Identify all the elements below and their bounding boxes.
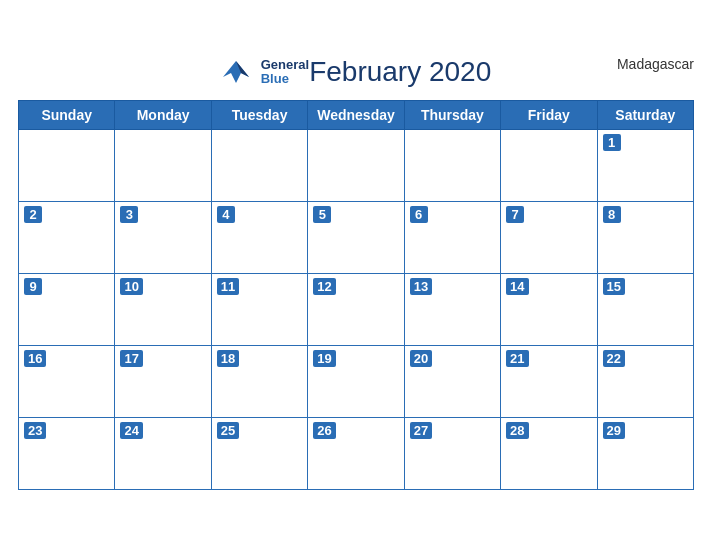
calendar-cell: 21 [501,346,597,418]
day-number: 17 [120,350,142,367]
day-number: 3 [120,206,138,223]
calendar-week-4: 23242526272829 [19,418,694,490]
day-number: 1 [603,134,621,151]
calendar-cell: 1 [597,130,693,202]
day-number: 15 [603,278,625,295]
calendar-cell: 28 [501,418,597,490]
day-number: 27 [410,422,432,439]
calendar-cell: 19 [308,346,404,418]
day-number: 7 [506,206,524,223]
day-number: 26 [313,422,335,439]
calendar-cell [501,130,597,202]
calendar-tbody: 1234567891011121314151617181920212223242… [19,130,694,490]
calendar-cell: 25 [211,418,307,490]
svg-marker-0 [223,61,249,83]
calendar-cell: 24 [115,418,211,490]
calendar-cell: 10 [115,274,211,346]
logo-text-block: General Blue [261,58,309,87]
day-number: 23 [24,422,46,439]
calendar-cell: 17 [115,346,211,418]
calendar-cell: 8 [597,202,693,274]
calendar-cell: 2 [19,202,115,274]
weekday-header-sunday: Sunday [19,101,115,130]
weekday-header-monday: Monday [115,101,211,130]
calendar-wrapper: General Blue February 2020 Madagascar Su… [0,42,712,508]
calendar-cell: 27 [404,418,500,490]
day-number: 29 [603,422,625,439]
calendar-cell: 11 [211,274,307,346]
day-number: 14 [506,278,528,295]
weekday-header-friday: Friday [501,101,597,130]
day-number: 24 [120,422,142,439]
day-number: 13 [410,278,432,295]
weekday-header-row: SundayMondayTuesdayWednesdayThursdayFrid… [19,101,694,130]
logo-icon [221,58,257,86]
calendar-cell: 15 [597,274,693,346]
weekday-header-thursday: Thursday [404,101,500,130]
calendar-title: February 2020 [309,56,491,88]
calendar-cell: 22 [597,346,693,418]
day-number: 4 [217,206,235,223]
day-number: 5 [313,206,331,223]
day-number: 2 [24,206,42,223]
day-number: 16 [24,350,46,367]
calendar-cell: 5 [308,202,404,274]
calendar-cell [211,130,307,202]
day-number: 9 [24,278,42,295]
calendar-table: SundayMondayTuesdayWednesdayThursdayFrid… [18,100,694,490]
calendar-cell: 20 [404,346,500,418]
calendar-cell: 12 [308,274,404,346]
calendar-cell [308,130,404,202]
day-number: 10 [120,278,142,295]
day-number: 21 [506,350,528,367]
day-number: 12 [313,278,335,295]
day-number: 28 [506,422,528,439]
calendar-cell: 18 [211,346,307,418]
calendar-cell: 26 [308,418,404,490]
calendar-week-3: 16171819202122 [19,346,694,418]
day-number: 20 [410,350,432,367]
calendar-cell: 13 [404,274,500,346]
calendar-thead: SundayMondayTuesdayWednesdayThursdayFrid… [19,101,694,130]
logo-area: General Blue [221,58,309,87]
calendar-week-1: 2345678 [19,202,694,274]
weekday-header-wednesday: Wednesday [308,101,404,130]
calendar-cell [115,130,211,202]
country-label: Madagascar [617,56,694,72]
calendar-cell: 16 [19,346,115,418]
calendar-cell: 29 [597,418,693,490]
calendar-cell: 14 [501,274,597,346]
calendar-header: General Blue February 2020 Madagascar [18,52,694,94]
day-number: 11 [217,278,239,295]
logo-general: General [261,58,309,72]
calendar-cell: 9 [19,274,115,346]
day-number: 18 [217,350,239,367]
day-number: 8 [603,206,621,223]
calendar-cell [19,130,115,202]
calendar-cell [404,130,500,202]
calendar-cell: 6 [404,202,500,274]
calendar-week-0: 1 [19,130,694,202]
calendar-week-2: 9101112131415 [19,274,694,346]
calendar-cell: 4 [211,202,307,274]
calendar-cell: 3 [115,202,211,274]
logo-blue: Blue [261,72,309,86]
weekday-header-saturday: Saturday [597,101,693,130]
day-number: 22 [603,350,625,367]
weekday-header-tuesday: Tuesday [211,101,307,130]
day-number: 6 [410,206,428,223]
day-number: 19 [313,350,335,367]
day-number: 25 [217,422,239,439]
calendar-cell: 23 [19,418,115,490]
calendar-cell: 7 [501,202,597,274]
